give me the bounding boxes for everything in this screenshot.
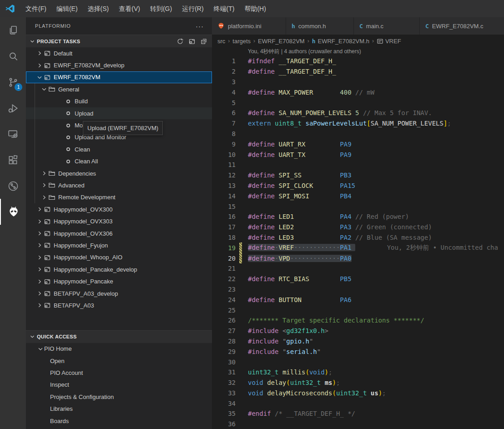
activity-run-and-debug[interactable]	[0, 95, 26, 121]
tab-platformio-ini[interactable]: platformio.ini	[212, 17, 286, 35]
line-number[interactable]: 28	[212, 338, 236, 345]
line-number[interactable]: 5	[212, 99, 236, 106]
menu-v[interactable]: 查看(V)	[114, 0, 145, 17]
menu-r[interactable]: 运行(R)	[177, 0, 208, 17]
menu-s[interactable]: 选择(S)	[83, 0, 114, 17]
task-build[interactable]: Build	[26, 96, 212, 107]
line-number[interactable]: 32	[212, 379, 236, 386]
task-happymodel-ovx300[interactable]: Happymodel_OVX300	[26, 203, 212, 215]
tab-ewrf-e7082vm-c[interactable]: CEWRF_E7082VM.c	[420, 17, 504, 35]
collapse-all-icon[interactable]	[200, 38, 207, 45]
activity-search[interactable]	[0, 43, 26, 69]
git-modified-marker[interactable]	[239, 242, 242, 253]
quick-libraries[interactable]: Libraries	[26, 403, 212, 415]
task-clean[interactable]: Clean	[26, 143, 212, 155]
line-number[interactable]: 6	[212, 109, 236, 116]
line-number[interactable]: 8	[212, 130, 236, 137]
task-ewrf-e7082vm[interactable]: EWRF_E7082VM	[26, 71, 212, 83]
menu-t[interactable]: 终端(T)	[209, 0, 240, 17]
line-number[interactable]: 7	[212, 120, 236, 127]
task-ewrf-e7082vm-develop[interactable]: EWRF_E7082VM_develop	[26, 59, 212, 71]
line-number[interactable]: 23	[212, 286, 236, 293]
quick-projects-configuration[interactable]: Projects & Configuration	[26, 391, 212, 403]
menu-f[interactable]: 文件(F)	[20, 0, 51, 17]
menu-e[interactable]: 编辑(E)	[51, 0, 83, 17]
line-number[interactable]: 9	[212, 141, 236, 148]
quick-open[interactable]: Open	[26, 355, 212, 367]
more-actions-icon[interactable]: ···	[193, 22, 207, 30]
task-happymodel-ovx306[interactable]: Happymodel_OVX306	[26, 227, 212, 239]
task-betafpv-a03[interactable]: BETAFPV_A03	[26, 299, 212, 311]
code-editor[interactable]: You, 4秒钟前 | 4 authors (cruwaller and oth…	[212, 47, 504, 429]
section-project-tasks[interactable]: PROJECT TASKS	[26, 35, 212, 47]
activity-gitlens[interactable]	[0, 173, 26, 199]
line-number[interactable]: 33	[212, 389, 236, 397]
task-happymodel-pancake[interactable]: Happymodel_Pancake	[26, 275, 212, 287]
task-general[interactable]: General	[26, 83, 212, 95]
line-number[interactable]: 24	[212, 296, 236, 303]
section-quick-access[interactable]: QUICK ACCESS	[26, 330, 212, 343]
line-number[interactable]: 10	[212, 151, 236, 158]
line-number[interactable]: 2	[212, 68, 236, 75]
line-number[interactable]: 21	[212, 265, 236, 272]
line-number[interactable]: 31	[212, 368, 236, 376]
line-number[interactable]: 19	[212, 244, 236, 252]
breadcrumb-src[interactable]: src	[217, 38, 225, 45]
task-remote-development[interactable]: Remote Development	[26, 192, 212, 203]
breadcrumb-ewrf-e7082vm[interactable]: EWRF_E7082VM	[258, 38, 305, 45]
line-number[interactable]: 36	[212, 420, 236, 428]
line-number[interactable]: 1	[212, 57, 236, 65]
quick-pio-home[interactable]: PIO Home	[26, 343, 212, 355]
line-number[interactable]: 30	[212, 358, 236, 366]
menu-h[interactable]: 帮助(H)	[239, 0, 271, 17]
task-clean-all[interactable]: Clean All	[26, 156, 212, 167]
task-advanced[interactable]: Advanced	[26, 179, 212, 191]
line-number[interactable]: 22	[212, 275, 236, 283]
line-number[interactable]: 12	[212, 172, 236, 179]
open-project-icon[interactable]	[188, 38, 196, 45]
line-number[interactable]: 3	[212, 78, 236, 86]
code-token-w	[302, 172, 340, 179]
breadcrumb-targets[interactable]: targets	[232, 38, 251, 45]
line-number[interactable]: 18	[212, 234, 236, 241]
line-number[interactable]: 11	[212, 161, 236, 168]
line-number[interactable]: 26	[212, 317, 236, 324]
line-number[interactable]: 35	[212, 410, 236, 417]
code-token-w	[302, 296, 340, 303]
breadcrumb-vref[interactable]: VREF	[377, 38, 401, 45]
task-happymodel-ovx303[interactable]: Happymodel_OVX303	[26, 215, 212, 227]
activity-source-control[interactable]: 1	[0, 69, 26, 95]
quick-inspect[interactable]: Inspect	[26, 379, 212, 391]
line-number[interactable]: 16	[212, 213, 236, 220]
tab-common-h[interactable]: hcommon.h	[286, 17, 353, 35]
line-number[interactable]: 15	[212, 203, 236, 210]
task-default[interactable]: Default	[26, 47, 212, 59]
quick-boards[interactable]: Boards	[26, 415, 212, 427]
line-number[interactable]: 20	[212, 255, 236, 262]
tab-main-c[interactable]: Cmain.c	[354, 17, 419, 35]
git-modified-marker[interactable]	[239, 253, 242, 263]
task-betafpv-a03-develop[interactable]: BETAFPV_A03_develop	[26, 288, 212, 299]
task-happymodel-fyujon[interactable]: Happymodel_Fyujon	[26, 239, 212, 251]
activity-remote-explorer[interactable]	[0, 121, 26, 147]
task-happymodel-pancake-develop[interactable]: Happymodel_Pancake_develop	[26, 263, 212, 275]
quick-pio-account[interactable]: PIO Account	[26, 367, 212, 379]
activity-extensions[interactable]	[0, 147, 26, 173]
refresh-icon[interactable]	[176, 38, 184, 45]
task-upload[interactable]: Upload	[26, 107, 212, 119]
line-number[interactable]: 17	[212, 223, 236, 231]
line-number[interactable]: 25	[212, 307, 236, 314]
line-number[interactable]: 29	[212, 348, 236, 355]
line-number[interactable]: 4	[212, 89, 236, 96]
line-number[interactable]: 34	[212, 400, 236, 407]
line-number[interactable]: 14	[212, 192, 236, 200]
line-number[interactable]: 13	[212, 182, 236, 189]
activity-explorer[interactable]	[0, 17, 26, 43]
menu-g[interactable]: 转到(G)	[145, 0, 177, 17]
breadcrumb-ewrf-e7082vm-h[interactable]: hEWRF_E7082VM.h	[312, 38, 369, 45]
activity-platformio[interactable]	[0, 199, 26, 225]
task-happymodel-whoop-aio[interactable]: Happymodel_Whoop_AIO	[26, 252, 212, 263]
task-dependencies[interactable]: Dependencies	[26, 167, 212, 179]
line-number[interactable]: 27	[212, 327, 236, 334]
git-codelens[interactable]: You, 4秒钟前 | 4 authors (cruwaller and oth…	[248, 48, 361, 56]
